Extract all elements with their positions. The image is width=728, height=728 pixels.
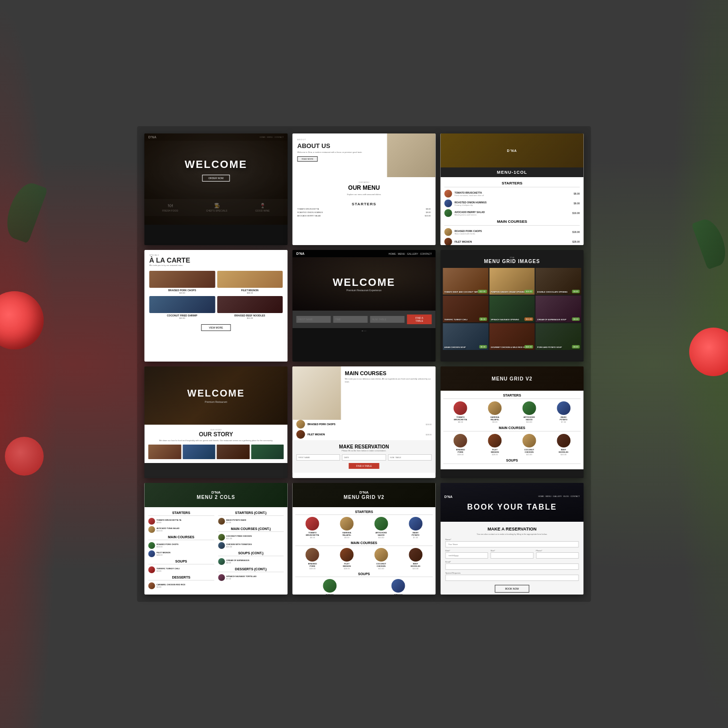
cell11-s3-name: ARTICHOKESAUCE bbox=[374, 531, 388, 536]
cell12-extra-input[interactable] bbox=[536, 552, 579, 559]
cell12-form-sub: You can also contact us to make a bookin… bbox=[446, 533, 579, 535]
cell8-course-item-1: BRAISED PORK CHOPS $18.00 bbox=[297, 420, 432, 429]
cell5-logo: D'NA bbox=[297, 252, 305, 255]
cell3-info-5: FILET MIGNON bbox=[455, 240, 573, 243]
cell4-title: À LA CARTE bbox=[149, 256, 283, 264]
cell12-date-input[interactable] bbox=[446, 552, 488, 559]
cell3-price-2: $9.00 bbox=[574, 202, 580, 205]
cell1-hero-btn[interactable]: ORDER NOW bbox=[202, 175, 230, 182]
cell9-starter-3-img bbox=[522, 401, 536, 415]
cell8-price-1: $18.00 bbox=[426, 423, 431, 426]
cell2-menu-row-1: TOMATO BRUSCHETTA $8.00 bbox=[293, 208, 436, 210]
cell2-menu-title: OUR MENU bbox=[297, 184, 432, 191]
cell10-row-r4: CREAM OF ASPARAGUS $8.00 bbox=[218, 558, 284, 565]
cell3-item-2: ROASTED ONION HUMMUS Creamy chickpea dip… bbox=[445, 199, 580, 207]
cell10-desserts-r-title: DESSERTS (cont.) bbox=[218, 567, 284, 572]
cell8-first-name-field[interactable] bbox=[297, 454, 340, 461]
cell1-title: WELCOME bbox=[185, 158, 248, 171]
cell11-mains-row: BRAISEDPORK $18.00 FILETMIGNON $28.00 CO… bbox=[296, 548, 433, 570]
cell9-starter-3-name: ARTICHOKESAUCE bbox=[522, 416, 536, 421]
cell4-food-grid: BRAISED PORK CHOPS $18.00 FILET MIGNON $… bbox=[145, 271, 288, 322]
cell10-row-r5: SPINACH SAUSAGE TORTILLAS $7.00 bbox=[218, 574, 284, 581]
cell5-first-name-input[interactable] bbox=[297, 316, 331, 323]
cell10-price-6: $6.00 bbox=[157, 586, 215, 588]
cell11-starters-row: TOMATOBRUSCHETTA $8.00 HARISSAFALAFEL $9… bbox=[296, 517, 433, 539]
cell3-desc-1: Fresh tomatoes, basil and olive oil bbox=[455, 194, 574, 197]
cell9-starter-2-img bbox=[488, 401, 502, 415]
cell11-m1-name: BRAISEDPORK bbox=[306, 563, 319, 567]
cell10-row-4: FILET MIGNON $28.00 bbox=[149, 550, 215, 557]
cell9-main-courses: MAIN COURSES bbox=[444, 426, 581, 431]
cell5-nav: D'NA HOME · MENU · GALLERY · CONTACT bbox=[293, 250, 436, 257]
cell9-main-4-price: $16.00 bbox=[557, 453, 570, 456]
cell4-item-4: BRAISED BEEF NOODLES $15.00 bbox=[217, 296, 283, 319]
cell6-label-8: GOURMET CHICKEN & WILD RICE SOUP bbox=[491, 346, 529, 348]
cell11-soups: SOUPS bbox=[296, 572, 433, 577]
cell6-label-9: PORK AND POTATO SOUP bbox=[537, 346, 562, 348]
cell5-find-table-btn[interactable]: FIND A TABLE bbox=[407, 314, 432, 324]
cell5-time-input[interactable] bbox=[333, 316, 368, 323]
cell4-item-2: FILET MIGNON $28.00 bbox=[217, 271, 283, 294]
cell8-date-field[interactable] bbox=[342, 454, 386, 461]
cell10-thumb-5 bbox=[149, 566, 155, 573]
cell2-read-more-btn[interactable]: READ MORE bbox=[298, 156, 318, 162]
cell6-label-6: CREAM OF ASPARAGUS SOUP bbox=[537, 318, 566, 321]
cell6-price-5: $11.00 bbox=[525, 317, 533, 321]
cell10-r-price-1: $7.00 bbox=[226, 521, 284, 524]
cell7-story-img-2 bbox=[182, 445, 215, 459]
cell9-starter-2-price: $9.00 bbox=[488, 421, 502, 423]
cell8-info-2: FILET MIGNON bbox=[308, 433, 426, 436]
leaf-right bbox=[691, 215, 728, 269]
cell10-two-col: STARTERS TOMATO BRUSCHETTA TA $8.00 AVOC… bbox=[145, 507, 288, 595]
screenshot-welcome-dark-v2: D'NA HOME · MENU · GALLERY · CONTACT WEL… bbox=[293, 250, 436, 362]
cell12-name-input[interactable] bbox=[446, 541, 579, 547]
cell6-price-3: $9.00 bbox=[572, 290, 579, 293]
cell12-name-row: Name* bbox=[446, 538, 579, 547]
cell12-book-btn[interactable]: BOOK NOW bbox=[495, 585, 529, 593]
cell12-special-input[interactable] bbox=[446, 575, 579, 581]
screenshot-menu-2cols: D'NA MENU 2 COLS STARTERS TOMATO BRUSCHE… bbox=[145, 483, 288, 595]
cell3-thumb-5 bbox=[445, 238, 452, 245]
cell5-num-table-input[interactable] bbox=[370, 316, 405, 323]
cell2-title: ABOUT US bbox=[298, 142, 382, 149]
cell3-desc-3: Mixed greens and berries bbox=[455, 214, 573, 216]
cell10-info-2: AVOCADO TUNA SALAD $10.00 bbox=[157, 527, 215, 532]
cell4-img-2 bbox=[217, 271, 283, 288]
cell7-hero: WELCOME Premium Restaurant bbox=[145, 366, 288, 425]
cell11-s3-img bbox=[374, 517, 388, 530]
cell12-size-input[interactable] bbox=[491, 552, 533, 559]
cell3-menu: STARTERS TOMATO BRUSCHETTA Fresh tomatoe… bbox=[441, 177, 584, 245]
cell8-table-field[interactable] bbox=[388, 454, 431, 461]
cell3-item-5: FILET MIGNON $28.00 bbox=[445, 238, 580, 245]
cell8-reservation: MAKE RESERVATION Please fill out the for… bbox=[293, 440, 436, 473]
cell4-view-more-btn[interactable]: VIEW MORE bbox=[201, 324, 231, 331]
cell11-starter-3: ARTICHOKESAUCE $10.00 bbox=[374, 517, 388, 539]
cell12-nav: D'NA HOME · MENU · GALLERY · BLOG · CONT… bbox=[441, 493, 584, 500]
cell8-submit-btn[interactable]: FIND A TABLE bbox=[349, 463, 380, 469]
cell12-email-input[interactable] bbox=[446, 563, 579, 570]
cell9-starter-4: MASHPOTATO $7.00 bbox=[557, 401, 570, 423]
cell10-desserts-title: DESSERTS bbox=[149, 576, 215, 580]
cell3-price-4: $18.00 bbox=[572, 231, 579, 233]
cell8-res-fields bbox=[297, 454, 432, 461]
cell9-main-2: FILETMIGNON $28.00 bbox=[488, 434, 502, 456]
cell4-price-1: $18.00 bbox=[149, 292, 215, 294]
cell9-main-3-name: COCONUTCHICKEN bbox=[522, 448, 536, 453]
cell9-main-2-img bbox=[488, 434, 502, 447]
tomato-left-secondary bbox=[5, 437, 44, 476]
cell11-m2-price: $28.00 bbox=[340, 567, 354, 570]
cell10-r-info-4: CREAM OF ASPARAGUS $8.00 bbox=[226, 559, 284, 564]
cell11-main-2: FILETMIGNON $28.00 bbox=[340, 548, 354, 570]
cell2-price-3: $10.00 bbox=[425, 215, 430, 217]
cell4-img-4 bbox=[217, 296, 283, 313]
cell6-grid-9: PORK AND POTATO SOUP $9.00 bbox=[536, 323, 581, 350]
cell6-grid-4: TERRIFIC TURKEY CHILI $9.50 bbox=[443, 296, 489, 322]
cell4-img-1 bbox=[149, 271, 215, 288]
cell10-thumb-1 bbox=[149, 518, 155, 525]
cell5-sub: Premium Restaurant Experience bbox=[347, 289, 381, 292]
cell11-m1-price: $18.00 bbox=[306, 567, 319, 570]
cell11-soup-1: TURKEYCHILI $9.00 bbox=[323, 579, 336, 595]
cell10-row-5: TERRIFIC TURKEY CHILI $9.00 bbox=[149, 566, 215, 573]
cell11-mains: MAIN COURSES bbox=[296, 541, 433, 546]
cell9-main-4: BEEFNOODLES $16.00 bbox=[557, 434, 570, 456]
